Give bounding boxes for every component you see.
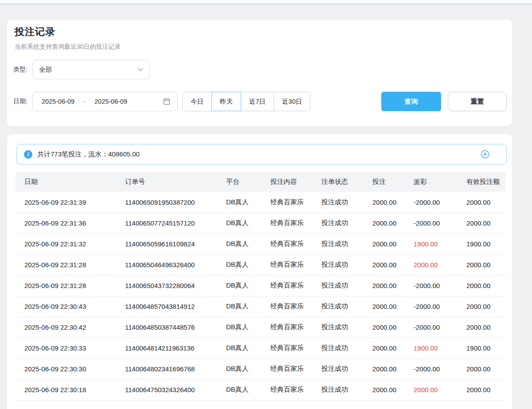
cell-valid-bet: 2000.00 [458, 275, 506, 296]
cell-bet-content: 经典百家乐 [262, 254, 313, 275]
cell-order-no: 1140065059616109824 [116, 234, 217, 254]
cell-platform: DB真人 [217, 234, 262, 254]
cell-bet-status: 投注成功 [313, 317, 364, 338]
cell-date: 2025-06-09 22:31:36 [16, 213, 116, 234]
cell-order-no: 1140064857043814912 [116, 296, 217, 317]
cell-bet-content: 经典百家乐 [262, 358, 313, 379]
table-row: 2025-06-09 22:30:43 1140064857043814912 … [16, 296, 506, 317]
cell-bet-amount: 2000.00 [364, 379, 405, 400]
cell-bet-content: 经典百家乐 [262, 379, 313, 400]
cell-bet-content: 经典百家乐 [262, 213, 313, 234]
column-header-bet-amount: 投注 [364, 172, 405, 192]
cell-platform: DB真人 [217, 379, 262, 400]
cell-date: 2025-06-09 22:30:33 [16, 338, 116, 358]
info-icon: i [24, 150, 32, 159]
cell-payout: -2000.00 [405, 275, 458, 296]
cell-bet-status: 投注成功 [313, 213, 364, 234]
cell-date: 2025-06-09 22:30:18 [16, 379, 116, 400]
plus-circle-icon[interactable] [481, 150, 489, 159]
calendar-icon [163, 98, 170, 105]
cell-bet-status: 投注成功 [313, 254, 364, 275]
table-header-row: 日期 订单号 平台 投注内容 注单状态 投注 派彩 有效投注额 [16, 172, 506, 192]
cell-payout: 1900.00 [405, 234, 458, 254]
filter-actions: 查询 重置 [381, 92, 507, 111]
cell-bet-status: 投注成功 [313, 338, 364, 358]
cell-order-no: 1140065091950387200 [116, 192, 217, 213]
cell-bet-content: 经典百家乐 [262, 275, 313, 296]
cell-bet-amount: 2000.00 [364, 275, 405, 296]
table-row: 2025-06-09 22:31:36 1140065077245157120 … [16, 213, 506, 234]
quick-range-last30days[interactable]: 近30日 [274, 92, 310, 111]
quick-range-group: 今日 昨天 近7日 近30日 [182, 92, 310, 111]
cell-valid-bet: 2000.00 [458, 213, 506, 234]
table-body: 2025-06-09 22:31:39 1140065091950387200 … [16, 192, 506, 400]
cell-date: 2025-06-09 22:30:30 [16, 358, 116, 379]
table-row: 2025-06-09 22:31:39 1140065091950387200 … [16, 192, 506, 213]
table-row: 2025-06-09 22:30:33 1140064814211963136 … [16, 338, 506, 358]
cell-date: 2025-06-09 22:30:43 [16, 296, 116, 317]
column-header-bet-content: 投注内容 [262, 172, 313, 192]
cell-bet-amount: 2000.00 [364, 338, 405, 358]
cell-bet-amount: 2000.00 [364, 317, 405, 338]
date-start-value: 2025-06-09 [42, 98, 74, 105]
cell-platform: DB真人 [217, 254, 262, 275]
date-range-separator: - [83, 98, 86, 105]
top-divider [0, 0, 532, 4]
cell-date: 2025-06-09 22:31:28 [16, 254, 116, 275]
page-subtitle: 当前系统支持查询最近30日的投注记录 [15, 43, 121, 51]
cell-order-no: 1140064750324326400 [116, 379, 217, 400]
cell-valid-bet: 2000.00 [458, 379, 506, 400]
cell-bet-amount: 2000.00 [364, 358, 405, 379]
cell-bet-amount: 2000.00 [364, 213, 405, 234]
cell-platform: DB真人 [217, 275, 262, 296]
cell-bet-amount: 2000.00 [364, 254, 405, 275]
cell-valid-bet: 1900.00 [458, 338, 506, 358]
cell-bet-status: 投注成功 [313, 358, 364, 379]
bet-records-table: 日期 订单号 平台 投注内容 注单状态 投注 派彩 有效投注额 2025-06-… [16, 172, 506, 401]
cell-platform: DB真人 [217, 338, 262, 358]
cell-payout: -2000.00 [405, 358, 458, 379]
cell-bet-status: 投注成功 [313, 379, 364, 400]
cell-order-no: 1140064814211963136 [116, 338, 217, 358]
cell-bet-amount: 2000.00 [364, 296, 405, 317]
date-range-picker[interactable]: 2025-06-09 - 2025-06-09 [32, 92, 178, 111]
cell-valid-bet: 2000.00 [458, 358, 506, 379]
cell-bet-content: 经典百家乐 [262, 338, 313, 358]
date-filter-row: 日期: 2025-06-09 - 2025-06-09 今日 昨天 近7日 近3… [13, 92, 507, 111]
cell-date: 2025-06-09 22:31:28 [16, 275, 116, 296]
summary-text: 共计773笔投注，流水：408605.00 [37, 150, 140, 159]
cell-order-no: 1140065077245157120 [116, 213, 217, 234]
cell-order-no: 1140065043732280064 [116, 275, 217, 296]
cell-bet-content: 经典百家乐 [262, 234, 313, 254]
type-filter-row: 类型: 全部 [13, 60, 150, 79]
filter-panel: 投注记录 当前系统支持查询最近30日的投注记录 类型: 全部 日期: 2025-… [7, 20, 512, 126]
cell-bet-content: 经典百家乐 [262, 317, 313, 338]
table-row: 2025-06-09 22:30:42 1140064850387448576 … [16, 317, 506, 338]
quick-range-today[interactable]: 今日 [182, 92, 212, 111]
type-label: 类型: [13, 66, 29, 74]
cell-bet-content: 经典百家乐 [262, 296, 313, 317]
cell-payout: -2000.00 [405, 213, 458, 234]
cell-payout: -2000.00 [405, 296, 458, 317]
cell-valid-bet: 2000.00 [458, 296, 506, 317]
quick-range-last7days[interactable]: 近7日 [241, 92, 274, 111]
cell-date: 2025-06-09 22:30:42 [16, 317, 116, 338]
page-title: 投注记录 [15, 25, 55, 39]
cell-bet-status: 投注成功 [313, 234, 364, 254]
cell-platform: DB真人 [217, 358, 262, 379]
cell-bet-amount: 2000.00 [364, 234, 405, 254]
cell-bet-status: 投注成功 [313, 275, 364, 296]
column-header-platform: 平台 [217, 172, 262, 192]
cell-platform: DB真人 [217, 213, 262, 234]
table-row: 2025-06-09 22:31:28 1140065043732280064 … [16, 275, 506, 296]
query-button[interactable]: 查询 [381, 92, 441, 111]
reset-button[interactable]: 重置 [448, 92, 507, 111]
cell-valid-bet: 2000.00 [458, 317, 506, 338]
cell-order-no: 1140065046496326400 [116, 254, 217, 275]
table-row: 2025-06-09 22:30:18 1140064750324326400 … [16, 379, 506, 400]
type-select[interactable]: 全部 [32, 60, 150, 79]
table-row: 2025-06-09 22:30:30 1140064802341696768 … [16, 358, 506, 379]
summary-banner: i 共计773笔投注，流水：408605.00 [16, 144, 507, 164]
quick-range-yesterday[interactable]: 昨天 [211, 92, 241, 111]
cell-valid-bet: 1900.00 [458, 234, 506, 254]
